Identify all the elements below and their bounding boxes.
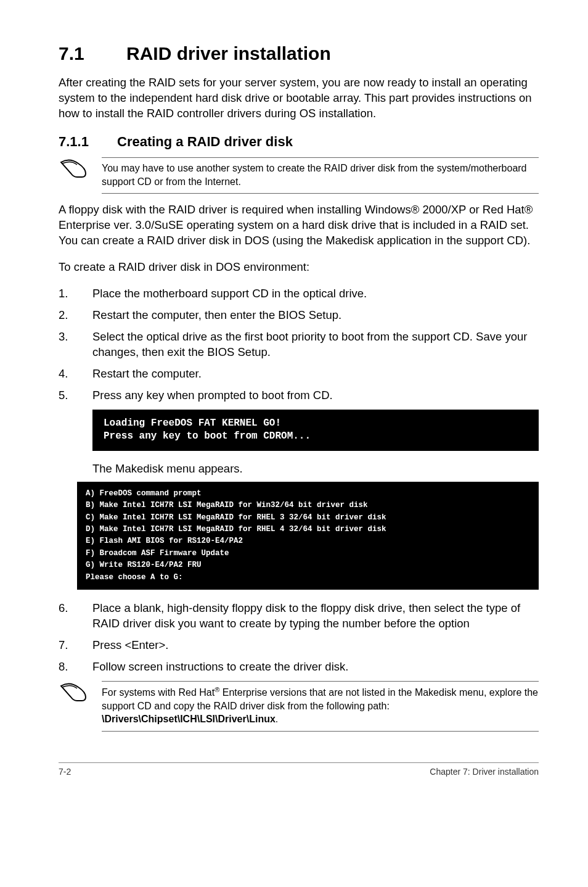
note-icon bbox=[59, 157, 102, 182]
steps-list-b: Place a blank, high-density floppy disk … bbox=[59, 601, 539, 675]
section-intro: After creating the RAID sets for your se… bbox=[59, 75, 539, 122]
step-item: Place a blank, high-density floppy disk … bbox=[59, 601, 539, 632]
section-title-text: RAID driver installation bbox=[126, 43, 331, 64]
note-block-1: You may have to use another system to cr… bbox=[59, 157, 539, 194]
note-text-1: You may have to use another system to cr… bbox=[102, 157, 539, 194]
step-item: Place the motherboard support CD in the … bbox=[59, 286, 539, 302]
step-item: Press any key when prompted to boot from… bbox=[59, 388, 539, 403]
page-footer: 7-2 Chapter 7: Driver installation bbox=[59, 762, 539, 777]
note-block-2: For systems with Red Hat® Enterprise ver… bbox=[59, 681, 539, 732]
steps-list-a: Place the motherboard support CD in the … bbox=[59, 286, 539, 403]
after-terminal-1: The Makedisk menu appears. bbox=[92, 462, 539, 476]
step-item: Restart the computer, then enter the BIO… bbox=[59, 308, 539, 323]
terminal-output-2: A) FreeDOS command prompt B) Make Intel … bbox=[77, 482, 539, 590]
note-text-2: For systems with Red Hat® Enterprise ver… bbox=[102, 681, 539, 732]
subsection-title-text: Creating a RAID driver disk bbox=[117, 134, 293, 149]
note2-pre: For systems with Red Hat bbox=[102, 687, 214, 698]
note2-end: . bbox=[276, 714, 278, 724]
footer-chapter: Chapter 7: Driver installation bbox=[430, 767, 539, 777]
subsection-heading: 7.1.1Creating a RAID driver disk bbox=[59, 134, 539, 150]
paragraph-2: To create a RAID driver disk in DOS envi… bbox=[59, 260, 539, 275]
note2-path: \Drivers\Chipset\ICH\LSI\Driver\Linux bbox=[102, 714, 276, 724]
footer-page-number: 7-2 bbox=[59, 767, 71, 777]
terminal-output-1: Loading FreeDOS FAT KERNEL GO! Press any… bbox=[92, 410, 539, 451]
paragraph-1: A floppy disk with the RAID driver is re… bbox=[59, 202, 539, 249]
subsection-number: 7.1.1 bbox=[59, 134, 117, 150]
note-icon bbox=[59, 681, 102, 706]
step-item: Press <Enter>. bbox=[59, 638, 539, 653]
step-item: Restart the computer. bbox=[59, 366, 539, 382]
step-item: Select the optical drive as the first bo… bbox=[59, 329, 539, 360]
step-item: Follow screen instructions to create the… bbox=[59, 659, 539, 675]
section-number: 7.1 bbox=[59, 43, 126, 64]
section-heading: 7.1RAID driver installation bbox=[59, 43, 539, 64]
